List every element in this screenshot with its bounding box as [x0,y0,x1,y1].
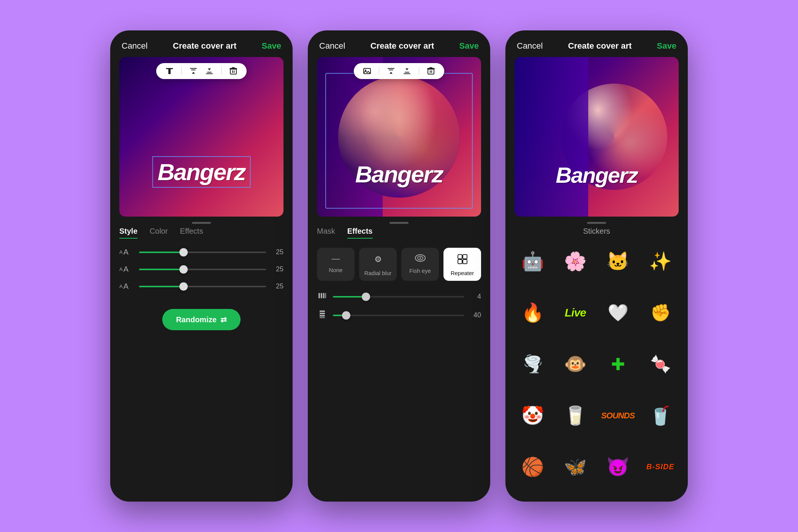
sticker-xmark[interactable]: ✚ [600,346,636,382]
sticker-sounds[interactable]: SOUNDS [600,397,636,434]
save-button-3[interactable]: Save [657,41,676,51]
tab-effects-2[interactable]: Effects [347,227,373,239]
cover-background-3: Bangerz [515,57,679,217]
sticker-sparkle[interactable]: ✨ [642,243,679,280]
none-icon: — [332,254,340,264]
svg-rect-39 [320,310,325,312]
effect-fish-eye[interactable]: Fish eye [401,248,439,281]
svg-rect-37 [323,293,325,298]
sticker-fist[interactable]: ✊ [642,294,679,331]
sticker-butterfly[interactable]: 🦋 [557,449,594,485]
svg-marker-17 [390,72,393,74]
sticker-bside[interactable]: B-SIDE [642,449,679,485]
sticker-jester[interactable]: 🤡 [515,397,551,434]
sticker-flower[interactable]: 🌸 [557,243,594,280]
slider-fill-1 [139,252,184,253]
cover-text-box-1[interactable]: Bangerz [152,156,251,188]
cancel-button-2[interactable]: Cancel [319,41,345,51]
tabs-1: Style Color Effects [119,227,283,239]
sticker-fire[interactable]: 🔥 [515,294,551,331]
slider-row-3: AA 25 [119,282,283,291]
align-up-icon-2[interactable] [387,67,395,75]
slider-track-1[interactable] [139,252,266,253]
page-title-1: Create cover art [173,41,237,51]
effect-slider-row-1: 4 [317,291,481,302]
stickers-title: Stickers [515,227,679,236]
svg-rect-2 [190,68,197,69]
sticker-robot[interactable]: 🤖 [515,243,551,280]
slider-track-3[interactable] [139,286,266,287]
sticker-can[interactable]: 🥤 [642,397,679,434]
effect-repeater[interactable]: Repeater [443,248,481,281]
trash-icon-2[interactable] [427,67,435,75]
svg-rect-34 [463,260,467,264]
save-button-1[interactable]: Save [262,41,281,51]
svg-rect-8 [230,69,236,74]
tab-style[interactable]: Style [119,227,138,239]
svg-marker-4 [192,72,195,74]
divider-1 [181,67,182,75]
slider-label-3: AA [119,282,133,291]
selection-border-2 [325,73,473,209]
cover-title-2: Bangerz [355,161,443,187]
trash-icon[interactable] [229,67,238,75]
slider-thumb-2[interactable] [179,265,188,274]
sticker-monkey[interactable]: 🐵 [557,346,594,382]
tab-mask[interactable]: Mask [317,227,335,239]
svg-rect-0 [166,68,173,69]
sticker-bottle[interactable]: 🥛 [557,397,594,434]
sticker-tornado[interactable]: 🌪️ [515,346,551,382]
svg-rect-10 [234,70,234,73]
tab-color[interactable]: Color [150,227,168,239]
svg-rect-16 [389,70,393,70]
drag-handle-2[interactable] [390,222,408,224]
sticker-basketball[interactable]: 🏀 [515,449,551,485]
align-down-icon-2[interactable] [403,67,411,75]
cover-canvas-2: Bangerz [317,57,481,217]
effect-radial-blur[interactable]: Radial blur [359,248,397,281]
sticker-candy[interactable]: 🍬 [642,346,679,382]
tab-effects[interactable]: Effects [180,227,203,239]
bottom-panel-1: Style Color Effects AA 25 AA [110,227,293,502]
svg-rect-25 [429,67,432,68]
phone-2: Cancel Create cover art Save [308,30,490,502]
cancel-button-3[interactable]: Cancel [517,41,543,51]
sticker-chrome-heart[interactable]: 🤍 [600,294,636,331]
slider-value-1: 25 [272,248,283,256]
effect-slider-track-1[interactable] [333,296,464,298]
save-button-2[interactable]: Save [459,41,479,51]
cover-canvas-1: Bangerz [119,57,283,217]
drag-handle-1[interactable] [192,222,211,224]
slider-thumb-1[interactable] [179,248,188,256]
effect-slider-row-2: 40 [317,310,481,320]
rows-icon [317,310,328,320]
svg-rect-36 [321,293,322,298]
sticker-demon[interactable]: 😈 [600,449,636,485]
sticker-cat[interactable]: 🐱 [600,243,636,280]
slider-label-2: AA [119,265,133,274]
svg-rect-9 [232,70,233,73]
cancel-button-1[interactable]: Cancel [122,41,147,51]
slider-track-2[interactable] [139,269,266,270]
align-up-icon[interactable] [189,67,198,75]
cover-title-3: Bangerz [556,163,638,187]
cover-canvas-3: Bangerz [515,57,679,217]
divider-4 [419,67,419,75]
slider-thumb-3[interactable] [179,282,188,291]
image-icon[interactable] [363,67,371,75]
text-icon[interactable] [165,67,174,75]
svg-rect-6 [207,72,212,73]
slider-row-1: AA 25 [119,248,283,256]
svg-point-27 [377,258,379,260]
effect-none[interactable]: — None [317,248,355,281]
effect-slider-track-2[interactable] [333,315,464,316]
svg-rect-42 [320,317,325,318]
cover-background-1: Bangerz [119,57,283,217]
align-down-icon[interactable] [205,67,214,75]
effect-fish-eye-label: Fish eye [409,268,431,274]
effect-slider-thumb-2[interactable] [342,311,350,320]
sticker-live[interactable]: Live [557,294,594,331]
drag-handle-3[interactable] [587,222,606,224]
randomize-button[interactable]: Randomize ⇄ [162,309,241,330]
effect-slider-thumb-1[interactable] [362,293,370,301]
